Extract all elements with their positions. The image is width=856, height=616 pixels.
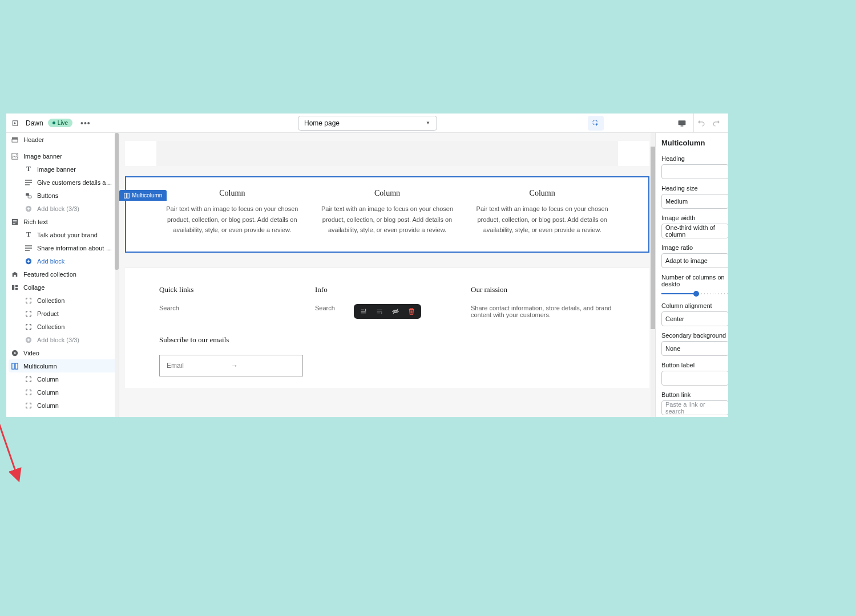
preview-column-1: Column Pair text with an image to focus … xyxy=(160,189,304,236)
tree-child-image-banner-text[interactable]: T Image banner xyxy=(6,163,119,176)
tree-label: Buttons xyxy=(37,192,58,199)
field-label: Heading size xyxy=(661,185,728,192)
heading-size-select[interactable]: Medium xyxy=(661,194,728,209)
tree-label: Talk about your brand xyxy=(37,232,98,238)
tree-item-featured-collection[interactable]: Featured collection xyxy=(6,268,119,281)
tree-child-image-banner-buttons[interactable]: Buttons xyxy=(6,189,119,202)
main-row: Header Image banner T Image banner Give … xyxy=(6,133,728,417)
tree-item-rich-text[interactable]: Rich text xyxy=(6,215,119,228)
svg-rect-11 xyxy=(26,193,29,195)
field-button-label: Button label xyxy=(661,362,728,386)
svg-rect-5 xyxy=(12,139,18,142)
tree-add-block-image-banner[interactable]: Add block (3/3) xyxy=(6,202,119,215)
tree-label: Featured collection xyxy=(23,271,76,278)
preview-multicolumn-section[interactable]: Column Pair text with an image to focus … xyxy=(125,176,649,253)
more-menu-button[interactable]: ••• xyxy=(77,119,94,128)
annotation-arrow xyxy=(0,415,29,484)
sidebar-scroll-thumb[interactable] xyxy=(115,133,119,270)
header-icon xyxy=(11,136,19,144)
topbar: Dawn Live ••• Home page ▼ xyxy=(6,114,728,133)
page-selector[interactable]: Home page ▼ xyxy=(298,116,437,131)
tree-item-multicolumn[interactable]: Multicolumn xyxy=(9,359,116,372)
field-label: Heading xyxy=(661,155,728,162)
canvas-scrollbar[interactable] xyxy=(651,133,655,417)
tree-child-collage-product[interactable]: Product xyxy=(6,307,119,320)
image-width-select[interactable]: One-third width of column xyxy=(661,224,728,238)
back-button[interactable] xyxy=(11,118,21,128)
tree-label: Product xyxy=(37,310,59,317)
button-link-input[interactable]: Paste a link or search xyxy=(661,400,728,415)
page-selector-value: Home page xyxy=(304,119,340,127)
tree-child-richtext-share[interactable]: Share information about your... xyxy=(6,241,119,254)
column-title: Column xyxy=(160,189,304,198)
block-icon xyxy=(25,402,33,410)
column-title: Column xyxy=(470,189,614,198)
svg-rect-2 xyxy=(679,120,686,125)
image-ratio-select[interactable]: Adapt to image xyxy=(661,253,728,268)
settings-title: Multicolumn xyxy=(661,139,728,147)
tree-child-image-banner-details[interactable]: Give customers details about ... xyxy=(6,176,119,189)
block-icon xyxy=(25,323,33,331)
svg-rect-28 xyxy=(15,363,18,368)
tree-label: Collage xyxy=(23,284,45,291)
tree-child-multicolumn-col-2[interactable]: Column xyxy=(6,386,119,399)
tree-label: Column xyxy=(37,402,59,409)
heading-input[interactable] xyxy=(661,164,728,179)
svg-rect-27 xyxy=(12,363,14,368)
tree-child-richtext-brand[interactable]: T Talk about your brand xyxy=(6,228,119,241)
video-icon xyxy=(11,349,19,357)
footer-link[interactable]: Search xyxy=(159,305,304,311)
tree-child-collage-collection-2[interactable]: Collection xyxy=(6,320,119,333)
svg-rect-30 xyxy=(127,193,130,198)
section-tree-sidebar[interactable]: Header Image banner T Image banner Give … xyxy=(6,133,119,417)
sidebar-scrollbar[interactable] xyxy=(115,133,119,417)
tree-child-multicolumn-col-3[interactable]: Column xyxy=(6,399,119,412)
email-input[interactable]: Email → xyxy=(159,355,303,376)
field-button-link: Button link Paste a link or search xyxy=(661,391,728,415)
tree-item-image-banner[interactable]: Image banner xyxy=(6,149,119,163)
arrow-right-icon[interactable]: → xyxy=(231,362,296,370)
tree-child-multicolumn-col-1[interactable]: Column xyxy=(6,372,119,386)
desktop-view-button[interactable] xyxy=(675,117,689,129)
column-title: Column xyxy=(316,189,459,198)
undo-button[interactable] xyxy=(694,114,709,133)
tree-child-collage-collection-1[interactable]: Collection xyxy=(6,294,119,307)
preview-canvas[interactable]: Multicolumn Column Pair text with an ima… xyxy=(119,133,655,417)
move-up-button[interactable] xyxy=(360,307,368,315)
field-label: Button link xyxy=(661,391,728,398)
tree-label: Header xyxy=(23,136,44,143)
tree-label: Collection xyxy=(37,323,64,330)
field-label: Number of columns on deskto xyxy=(661,274,728,287)
alignment-select[interactable]: Center xyxy=(661,311,728,326)
preview-footer: Quick links Search Info Search Our missi… xyxy=(125,268,649,330)
live-dot-icon xyxy=(53,121,55,124)
tree-add-block-collage[interactable]: Add block (3/3) xyxy=(6,333,119,346)
field-alignment: Column alignment Center xyxy=(661,302,728,326)
columns-slider[interactable] xyxy=(661,291,728,297)
paragraph-icon xyxy=(25,179,33,187)
tree-add-block-richtext[interactable]: Add block xyxy=(6,254,119,268)
canvas-scroll-thumb[interactable] xyxy=(651,147,655,329)
column-body: Pair text with an image to focus on your… xyxy=(160,204,304,236)
tree-label: Give customers details about ... xyxy=(37,179,114,186)
button-label-input[interactable] xyxy=(661,371,728,386)
inspector-toggle-button[interactable] xyxy=(588,116,604,131)
delete-section-button[interactable] xyxy=(407,307,415,315)
svg-rect-22 xyxy=(12,285,14,289)
hide-section-button[interactable] xyxy=(391,307,399,315)
tree-item-collage[interactable]: Collage xyxy=(6,281,119,294)
tree-item-header[interactable]: Header xyxy=(6,133,119,146)
tree-item-video[interactable]: Video xyxy=(6,346,119,359)
footer-heading: Quick links xyxy=(159,285,304,294)
svg-rect-12 xyxy=(28,196,31,198)
redo-button[interactable] xyxy=(709,114,724,133)
svg-rect-29 xyxy=(124,193,127,198)
field-heading: Heading xyxy=(661,155,728,179)
text-icon: T xyxy=(25,231,33,239)
secondary-bg-select[interactable]: None xyxy=(661,341,728,356)
section-tag[interactable]: Multicolumn xyxy=(119,190,167,201)
field-image-ratio: Image ratio Adapt to image xyxy=(661,244,728,268)
slider-thumb[interactable] xyxy=(693,291,699,297)
move-down-button[interactable] xyxy=(375,307,383,315)
image-icon xyxy=(11,152,19,160)
